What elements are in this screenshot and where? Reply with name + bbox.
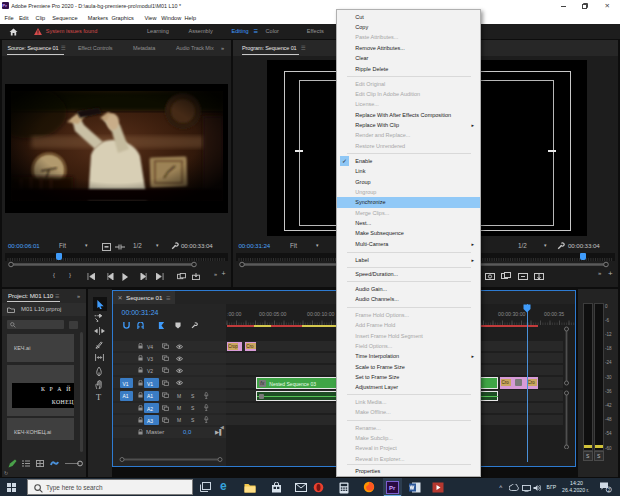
svg-text:2: 2	[608, 487, 611, 493]
